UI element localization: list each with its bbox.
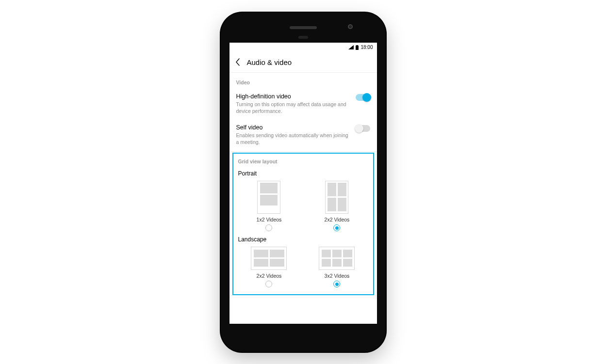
landscape-options: 2x2 Videos 3x2 Videos [233,244,373,289]
radio-landscape-2x2[interactable] [265,281,272,287]
screen: 18:00 Audio & video Video High-definitio… [229,43,377,324]
radio-portrait-2x2[interactable] [333,224,340,231]
thumb-l3x2-icon [319,247,355,270]
page-title: Audio & video [247,58,292,66]
status-time: 18:00 [360,45,373,50]
portrait-options: 1x2 Videos 2x2 Videos [233,178,373,233]
phone-sensor [298,36,308,39]
thumb-l2x2-icon [251,247,287,270]
battery-icon [356,45,359,50]
portrait-option-1x2[interactable]: 1x2 Videos [238,181,300,231]
content: Video High-definition video Turning on t… [229,73,377,296]
toggle-hd-video[interactable] [356,94,370,101]
setting-self-video[interactable]: Self video Enables sending video automat… [229,120,377,151]
status-bar: 18:00 [229,43,377,52]
radio-landscape-3x2[interactable] [333,281,340,287]
portrait-option-2x2[interactable]: 2x2 Videos [306,181,368,231]
setting-hd-video[interactable]: High-definition video Turning on this op… [229,89,377,120]
grid-view-layout-highlight: Grid view layout Portrait 1x2 Videos [232,153,374,295]
phone-speaker [290,26,317,29]
setting-desc: Turning on this option may affect data u… [236,101,350,114]
thumb-1x2-icon [257,181,280,214]
option-label: 1x2 Videos [238,217,300,222]
svg-rect-1 [357,45,358,46]
landscape-option-3x2[interactable]: 3x2 Videos [306,247,368,287]
radio-portrait-1x2[interactable] [265,224,272,231]
signal-icon [348,45,354,49]
divider [229,151,377,152]
thumb-2x2-icon [325,181,348,214]
video-section-label: Video [229,73,377,89]
landscape-option-2x2[interactable]: 2x2 Videos [238,247,300,287]
setting-title: High-definition video [236,93,350,100]
device-frame: 18:00 Audio & video Video High-definitio… [221,13,386,352]
landscape-label: Landscape [233,233,373,244]
back-icon[interactable] [235,58,240,66]
app-bar: Audio & video [229,52,377,73]
setting-title: Self video [236,124,350,131]
option-label: 3x2 Videos [306,273,368,279]
option-label: 2x2 Videos [306,217,368,222]
portrait-label: Portrait [233,167,373,178]
option-label: 2x2 Videos [238,273,300,279]
toggle-self-video[interactable] [356,125,370,132]
svg-rect-0 [356,46,359,50]
setting-desc: Enables sending video automatically when… [236,132,350,145]
phone-camera [348,24,353,29]
grid-section-label: Grid view layout [233,154,373,167]
